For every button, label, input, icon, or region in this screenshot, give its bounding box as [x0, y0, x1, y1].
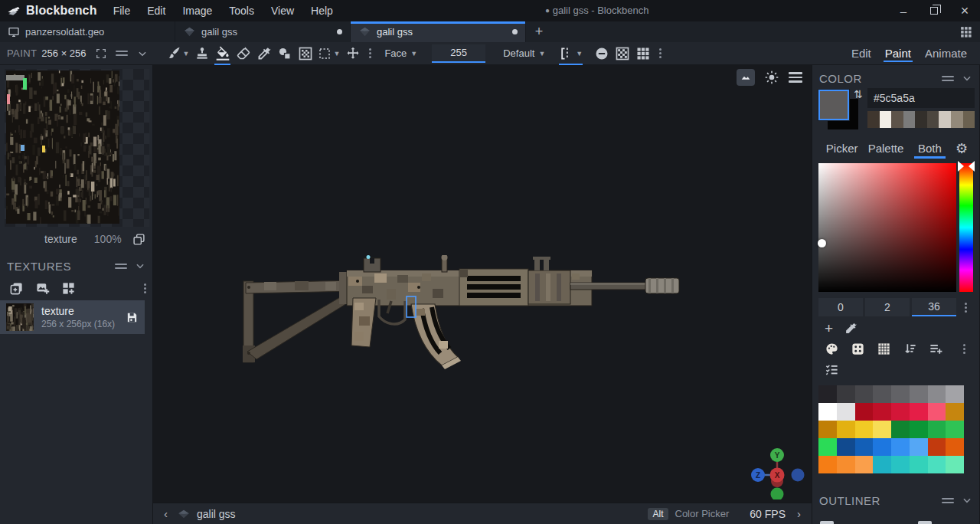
hex-color-input[interactable] [867, 88, 975, 108]
palette-swatch[interactable] [873, 456, 891, 473]
gizmo-neg-y[interactable] [771, 488, 784, 500]
tool-color-picker[interactable] [253, 42, 274, 65]
palette-swatch[interactable] [818, 385, 837, 403]
chevron-down-icon[interactable] [962, 495, 972, 506]
palette-swatch[interactable] [910, 385, 928, 403]
palette-swatch[interactable] [873, 421, 891, 438]
viewport-model-galil[interactable] [241, 255, 685, 370]
recent-color-swatch[interactable] [867, 111, 880, 128]
mirror-paint-button[interactable]: ▼ [557, 42, 585, 65]
recent-color-swatch[interactable] [963, 111, 975, 128]
palette-swatch[interactable] [855, 456, 874, 473]
palette-swatch[interactable] [837, 385, 855, 403]
blend-mode-dropdown[interactable]: Default ▼ [496, 42, 552, 65]
project-tab-galil-1[interactable]: galil gss [175, 21, 351, 42]
palette-swatch[interactable] [946, 421, 964, 438]
recent-color-swatch[interactable] [915, 111, 927, 128]
palette-swatch[interactable] [873, 403, 891, 421]
minimize-button[interactable]: – [888, 0, 919, 21]
color-values-menu[interactable] [959, 303, 973, 313]
mode-tab-edit[interactable]: Edit [846, 43, 877, 64]
palette-swatch[interactable] [855, 438, 874, 456]
sort-palette-icon[interactable] [903, 342, 917, 356]
tool-copy-brush[interactable] [191, 42, 212, 65]
tool-draw-shape[interactable] [274, 42, 295, 65]
palette-swatch[interactable] [855, 421, 874, 438]
palette-swatch[interactable] [837, 421, 855, 438]
pick-color-icon[interactable] [844, 322, 858, 335]
palette-swatch[interactable] [818, 403, 837, 421]
mode-tab-animate[interactable]: Animate [920, 43, 972, 64]
project-tab-panzersoldatt[interactable]: panzersoldatt.geo [0, 21, 175, 42]
palette-swatch[interactable] [910, 421, 928, 438]
palette-swatch[interactable] [855, 385, 874, 403]
menu-tools[interactable]: Tools [220, 0, 263, 21]
palette-swatch[interactable] [818, 421, 837, 438]
tool-brush[interactable]: ▼ [164, 42, 192, 65]
saturation-value-picker[interactable] [818, 163, 956, 292]
palette-swatch[interactable] [928, 456, 946, 473]
save-icon[interactable] [126, 311, 139, 324]
expand-uv-button[interactable] [91, 42, 112, 65]
palette-swatch[interactable] [891, 421, 910, 438]
palette-swatch[interactable] [946, 438, 964, 456]
status-model[interactable]: galil gss [172, 507, 240, 521]
hue-value-field[interactable]: 0 [818, 298, 863, 316]
palette-swatch[interactable] [891, 385, 910, 403]
prev-model-button[interactable]: ‹ [159, 507, 172, 520]
palette-swatch[interactable] [946, 403, 964, 421]
lock-alpha-button[interactable] [591, 42, 612, 65]
recent-color-swatch[interactable] [903, 111, 916, 128]
toolbar-overflow-menu-2[interactable] [653, 48, 668, 58]
menu-image[interactable]: Image [174, 0, 220, 21]
palette-swatch[interactable] [837, 438, 855, 456]
generate-palette-icon[interactable] [877, 342, 891, 356]
tool-move-layer[interactable] [342, 42, 363, 65]
recent-color-swatch[interactable] [939, 111, 951, 128]
app-grid-icon[interactable] [959, 25, 972, 38]
new-tab-button[interactable]: + [526, 21, 552, 42]
gizmo-neg-z[interactable] [792, 469, 805, 482]
viewport-3d[interactable]: Y Z X [153, 65, 812, 503]
textures-panel-header[interactable]: TEXTURES [0, 256, 152, 276]
recent-color-swatch[interactable] [927, 111, 939, 128]
palette-swatch[interactable] [910, 403, 928, 421]
palette-swatch[interactable] [910, 438, 928, 456]
hue-slider[interactable] [959, 163, 973, 292]
menu-view[interactable]: View [263, 0, 302, 21]
tab-picker[interactable]: Picker [820, 139, 864, 158]
mirror-dropdown-arrow[interactable]: ▼ [576, 50, 583, 57]
load-palette-icon[interactable] [825, 342, 839, 356]
swap-colors-icon[interactable]: ⇅ [854, 88, 863, 100]
palette-swatch[interactable] [873, 438, 891, 456]
add-colors-to-palette-icon[interactable] [929, 342, 943, 356]
panel-drag-handle[interactable] [942, 76, 954, 81]
recent-color-swatch[interactable] [891, 111, 903, 128]
toolbar-overflow-menu[interactable] [363, 48, 377, 58]
opacity-input[interactable]: 255 [432, 44, 485, 63]
chevron-down-icon[interactable] [962, 73, 972, 84]
palette-swatch[interactable] [928, 438, 946, 456]
uv-texture-preview[interactable] [5, 69, 149, 227]
background-image-button[interactable] [737, 69, 755, 86]
close-button[interactable]: × [949, 0, 980, 21]
panel-drag-handle[interactable] [115, 264, 127, 269]
saturation-value-field[interactable]: 2 [865, 298, 910, 316]
palette-swatch[interactable] [946, 456, 964, 473]
color-panel-header[interactable]: COLOR [812, 68, 979, 88]
menu-file[interactable]: File [105, 0, 139, 21]
palette-overflow-menu[interactable] [957, 344, 967, 354]
recent-color-swatch[interactable] [951, 111, 963, 128]
tool-gradient[interactable] [295, 42, 315, 65]
palette-swatch[interactable] [855, 403, 874, 421]
menu-help[interactable]: Help [302, 0, 341, 21]
tool-fill-bucket[interactable] [212, 42, 233, 65]
textures-overflow-menu[interactable] [138, 283, 152, 293]
palette-swatch[interactable] [928, 403, 946, 421]
project-tab-galil-2-active[interactable]: galil gss [351, 21, 526, 42]
uv-collapse-button[interactable] [132, 42, 153, 65]
primary-color-swatch[interactable] [818, 90, 849, 120]
view-axis-gizmo[interactable]: Y Z X [749, 444, 807, 499]
copy-icon[interactable] [132, 233, 145, 246]
import-texture-icon[interactable] [35, 281, 50, 296]
